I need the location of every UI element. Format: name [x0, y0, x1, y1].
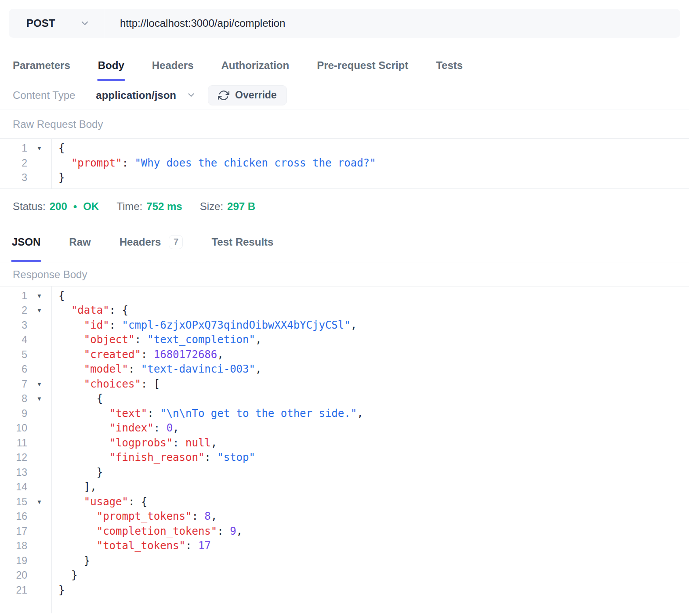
fold-triangle-icon[interactable]: ▼ [27, 391, 51, 406]
headers-count-badge: 7 [169, 235, 183, 249]
method-select[interactable]: POST [9, 9, 104, 38]
tab-headers[interactable]: Headers [152, 50, 194, 81]
tab-pre-request-script[interactable]: Pre-request Script [317, 50, 408, 81]
fold-spacer [27, 156, 51, 171]
fold-triangle-icon[interactable]: ▼ [27, 303, 51, 318]
tab-tests[interactable]: Tests [436, 50, 463, 81]
code-text: "created": 1680172686, [51, 348, 224, 362]
line-number: 8 [0, 391, 27, 406]
fold-spacer [27, 436, 51, 451]
tab-raw[interactable]: Raw [69, 222, 91, 262]
code-text: "prompt": "Why does the chicken cross th… [51, 156, 376, 171]
code-text: } [51, 568, 77, 583]
fold-spacer [27, 524, 51, 539]
line-number: 13 [0, 465, 27, 480]
request-tabs: Parameters Body Headers Authorization Pr… [0, 50, 689, 81]
line-number: 17 [0, 524, 27, 539]
code-line: 7▼ "choices": [ [0, 377, 689, 392]
status-label: Status: [13, 200, 46, 213]
code-line: 4 "object": "text_completion", [0, 333, 689, 348]
status-text: OK [83, 200, 99, 213]
code-text: { [51, 141, 65, 156]
code-line: 6 "model": "text-davinci-003", [0, 362, 689, 377]
line-number: 7 [0, 377, 27, 392]
line-number: 2 [0, 156, 27, 171]
code-text: { [51, 391, 103, 406]
fold-spacer [27, 318, 51, 333]
override-button[interactable]: Override [208, 85, 287, 105]
request-url-bar: POST http://localhost:3000/api/completio… [9, 9, 680, 38]
line-number: 19 [0, 554, 27, 569]
line-number: 6 [0, 362, 27, 377]
code-line: 11 "logprobs": null, [0, 436, 689, 451]
line-number: 15 [0, 495, 27, 510]
code-line: 1▼{ [0, 289, 689, 304]
fold-spacer [27, 406, 51, 421]
fold-spacer [27, 583, 51, 598]
fold-triangle-icon[interactable]: ▼ [27, 289, 51, 304]
response-body-editor[interactable]: 1▼{2▼ "data": {3 "id": "cmpl-6zjxOPxQ73q… [0, 286, 689, 614]
code-line: 18 "total_tokens": 17 [0, 539, 689, 554]
fold-triangle-icon[interactable]: ▼ [27, 377, 51, 392]
content-type-select[interactable]: application/json [96, 89, 195, 101]
status-dot: • [73, 200, 77, 213]
code-text: ], [51, 480, 97, 495]
code-text: "id": "cmpl-6zjxOPxQ73qindOibwXX4bYCjyCS… [51, 318, 357, 333]
line-number: 1 [0, 141, 27, 156]
code-text: "completion_tokens": 9, [51, 524, 243, 539]
code-line: 1▼{ [0, 141, 689, 156]
code-line: 13 } [0, 465, 689, 480]
fold-triangle-icon[interactable]: ▼ [27, 495, 51, 510]
fold-spacer [27, 568, 51, 583]
line-number: 3 [0, 318, 27, 333]
code-text: } [51, 583, 65, 598]
fold-spacer [27, 539, 51, 554]
time-value: 752 ms [146, 200, 182, 213]
tab-parameters[interactable]: Parameters [13, 50, 70, 81]
url-input[interactable]: http://localhost:3000/api/completion [104, 17, 680, 29]
request-body-editor[interactable]: 1▼{2 "prompt": "Why does the chicken cro… [0, 138, 689, 189]
code-line: 9 "text": "\n\nTo get to the other side.… [0, 406, 689, 421]
line-number: 1 [0, 289, 27, 304]
tab-body[interactable]: Body [98, 50, 124, 81]
line-number: 21 [0, 583, 27, 598]
tab-json[interactable]: JSON [12, 222, 40, 262]
size-value: 297 B [227, 200, 255, 213]
size-label: Size: [200, 200, 223, 213]
code-line: 2 "prompt": "Why does the chicken cross … [0, 156, 689, 171]
fold-spacer [27, 554, 51, 569]
line-number: 2 [0, 303, 27, 318]
code-text: "prompt_tokens": 8, [51, 509, 217, 524]
line-number: 5 [0, 348, 27, 362]
code-text: { [51, 289, 65, 304]
code-text: "choices": [ [51, 377, 160, 392]
code-text: "data": { [51, 303, 128, 318]
line-number: 18 [0, 539, 27, 554]
fold-spacer [27, 362, 51, 377]
response-body-title: Response Body [13, 268, 676, 281]
code-text: "usage": { [51, 495, 147, 510]
code-text: } [51, 170, 65, 185]
line-number: 9 [0, 406, 27, 421]
content-type-value: application/json [96, 89, 176, 101]
response-tabs: JSON Raw Headers 7 Test Results [0, 222, 689, 262]
fold-spacer [27, 509, 51, 524]
content-type-label: Content Type [13, 89, 75, 101]
code-text: "finish_reason": "stop" [51, 450, 255, 465]
code-line: 15▼ "usage": { [0, 495, 689, 510]
status-code: 200 [50, 200, 67, 213]
code-line: 14 ], [0, 480, 689, 495]
fold-triangle-icon[interactable]: ▼ [27, 141, 51, 156]
code-line: 20 } [0, 568, 689, 583]
raw-request-body-title: Raw Request Body [13, 118, 676, 130]
tab-response-headers[interactable]: Headers 7 [120, 222, 183, 262]
code-line: 8▼ { [0, 391, 689, 406]
tab-test-results[interactable]: Test Results [211, 222, 273, 262]
code-line: 16 "prompt_tokens": 8, [0, 509, 689, 524]
fold-spacer [27, 465, 51, 480]
chevron-down-icon [188, 93, 195, 98]
tab-authorization[interactable]: Authorization [221, 50, 290, 81]
time-label: Time: [116, 200, 142, 213]
line-number: 14 [0, 480, 27, 495]
chevron-down-icon [81, 21, 89, 26]
